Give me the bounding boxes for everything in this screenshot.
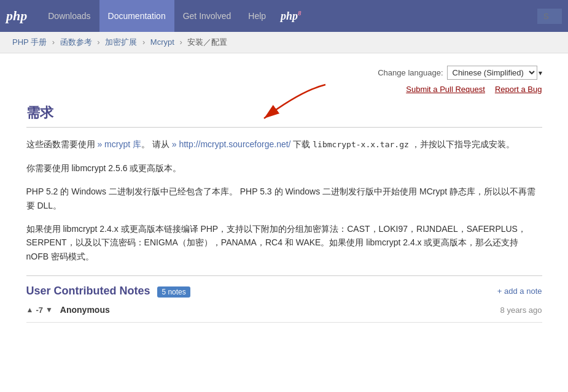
nav-links: Downloads Documentation Get Involved Hel…: [39, 0, 537, 32]
language-select[interactable]: Chinese (Simplified) English Japanese Ge…: [447, 66, 537, 80]
php8-logo: php8: [281, 9, 302, 23]
breadcrumb-crypto[interactable]: 加密扩展: [105, 37, 137, 47]
downvote-button[interactable]: ▼: [45, 306, 53, 314]
p1-text-2: 。 请从: [141, 139, 172, 149]
nav-documentation[interactable]: Documentation: [99, 0, 174, 32]
nav-help[interactable]: Help: [239, 0, 274, 32]
breadcrumb-func-ref[interactable]: 函数参考: [60, 37, 92, 47]
breadcrumb-sep-4: ›: [179, 37, 184, 47]
main-content: Change language: Chinese (Simplified) En…: [8, 53, 561, 335]
search-input[interactable]: [537, 9, 562, 24]
sourceforge-link[interactable]: » http://mcrypt.sourceforge.net/: [172, 139, 291, 149]
add-note-link[interactable]: + add a note: [497, 286, 542, 296]
p1-text-1: 这些函数需要使用: [26, 139, 98, 149]
nav-get-involved[interactable]: Get Involved: [174, 0, 240, 32]
p1-text-4: ，并按以下指导完成安装。: [409, 139, 515, 149]
user-notes-title: User Contributed Notes: [26, 285, 150, 297]
lang-actions: Submit a Pull Request Report a Bug: [26, 85, 542, 94]
top-navigation: php Downloads Documentation Get Involved…: [0, 0, 568, 32]
breadcrumb: PHP 手册 › 函数参考 › 加密扩展 › Mcrypt › 安装／配置: [0, 32, 568, 53]
change-language-label: Change language:: [378, 68, 443, 77]
submit-pull-request-link[interactable]: Submit a Pull Request: [406, 85, 485, 94]
php-logo: php: [6, 8, 27, 24]
upvote-button[interactable]: ▲: [26, 306, 34, 314]
vote-count: -7: [36, 306, 43, 315]
report-bug-link[interactable]: Report a Bug: [495, 85, 542, 94]
breadcrumb-current: 安装／配置: [187, 37, 227, 47]
breadcrumb-sep-2: ›: [97, 37, 102, 47]
nav-downloads[interactable]: Downloads: [39, 0, 99, 32]
breadcrumb-mcrypt[interactable]: Mcrypt: [150, 37, 174, 47]
note-author: Anonymous: [60, 305, 110, 315]
language-bar: Change language: Chinese (Simplified) En…: [26, 66, 542, 80]
paragraph-2: 你需要使用 libmcrypt 2.5.6 或更高版本。: [26, 161, 542, 175]
user-notes-title-area: User Contributed Notes 5 notes: [26, 285, 190, 298]
mcrypt-link[interactable]: » mcrypt 库: [97, 139, 141, 149]
note-item: ▲ -7 ▼ Anonymous 8 years ago: [26, 298, 542, 323]
notes-badge: 5 notes: [157, 286, 190, 298]
paragraph-4: 如果使用 libmcrypt 2.4.x 或更高版本链接编译 PHP，支持以下附…: [26, 222, 542, 263]
p1-text-3: 下载: [291, 139, 313, 149]
p1-code: libmcrypt-x.x.tar.gz: [313, 140, 409, 149]
user-notes-header: User Contributed Notes 5 notes + add a n…: [26, 275, 542, 298]
note-left: ▲ -7 ▼ Anonymous: [26, 305, 110, 315]
breadcrumb-sep-3: ›: [142, 37, 147, 47]
section-title: 需求: [26, 104, 542, 128]
paragraph-3: PHP 5.2 的 Windows 二进制发行版中已经包含了本库。 PHP 5.…: [26, 185, 542, 212]
dropdown-arrow-icon: ▾: [539, 69, 542, 77]
note-time: 8 years ago: [500, 306, 542, 315]
breadcrumb-php-manual[interactable]: PHP 手册: [12, 37, 47, 47]
breadcrumb-sep-1: ›: [52, 37, 57, 47]
note-vote: ▲ -7 ▼: [26, 306, 53, 315]
paragraph-1: 这些函数需要使用 » mcrypt 库。 请从 » http://mcrypt.…: [26, 137, 542, 152]
